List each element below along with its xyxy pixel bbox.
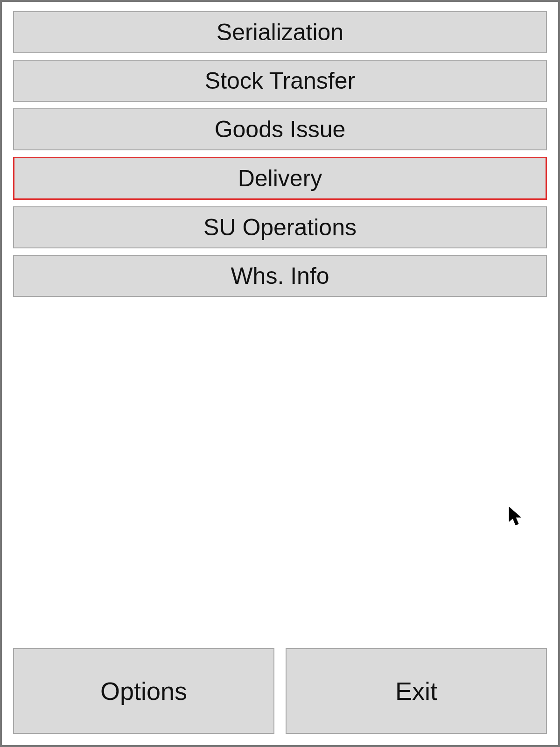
spacer [13, 297, 547, 643]
menu-item-delivery[interactable]: Delivery [13, 157, 547, 200]
menu-item-whs-info[interactable]: Whs. Info [13, 255, 547, 297]
button-label: Options [100, 677, 187, 705]
app-frame: Serialization Stock Transfer Goods Issue… [0, 0, 560, 747]
main-menu-list: Serialization Stock Transfer Goods Issue… [13, 11, 547, 297]
menu-item-label: Stock Transfer [205, 67, 355, 94]
menu-item-label: Whs. Info [231, 262, 329, 289]
menu-item-goods-issue[interactable]: Goods Issue [13, 108, 547, 150]
menu-item-serialization[interactable]: Serialization [13, 11, 547, 53]
menu-item-label: Delivery [238, 165, 322, 192]
menu-item-label: Goods Issue [215, 116, 346, 143]
menu-item-su-operations[interactable]: SU Operations [13, 206, 547, 248]
options-button[interactable]: Options [13, 648, 274, 734]
menu-item-stock-transfer[interactable]: Stock Transfer [13, 60, 547, 102]
footer-bar: Options Exit [13, 648, 547, 734]
exit-button[interactable]: Exit [286, 648, 547, 734]
menu-item-label: SU Operations [203, 214, 357, 241]
button-label: Exit [395, 677, 437, 705]
menu-item-label: Serialization [217, 19, 343, 46]
